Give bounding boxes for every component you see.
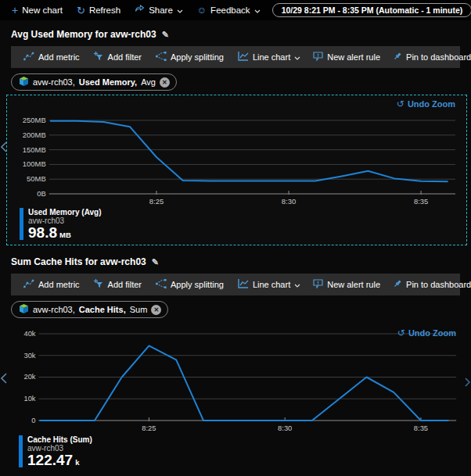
- line-chart-icon: [238, 279, 249, 290]
- metrics-page: + New chart ↻ Refresh Share ☺ Feedback 1…: [0, 0, 471, 476]
- pill-aggregation: Avg: [141, 77, 156, 87]
- smiley-icon: ☺: [197, 5, 207, 15]
- pill-resource: avw-rch03,: [33, 305, 75, 314]
- resource-cube-icon: [19, 304, 29, 315]
- collapse-left-chevron-icon[interactable]: [1, 141, 7, 156]
- chart2-legend-item[interactable]: Cache Hits (Sum) avw-rch03 122.47 k: [19, 435, 462, 467]
- pill-metric: Cache Hits,: [79, 305, 126, 314]
- svg-text:8:30: 8:30: [282, 197, 296, 206]
- svg-text:200MB: 200MB: [23, 131, 46, 139]
- chart2-toolbar: Add metric Add filter Apply splitting Li…: [11, 274, 460, 295]
- refresh-button[interactable]: ↻ Refresh: [71, 4, 126, 17]
- chart-canvas[interactable]: 010k20k30k40k8:258:308:35: [11, 323, 462, 432]
- pin-to-dashboard-button[interactable]: Pin to dashboard: [387, 49, 471, 65]
- resource-cube-icon: [19, 77, 29, 88]
- undo-icon: ↻: [397, 327, 405, 338]
- chart2-toolbar-right: Line chart New alert rule Pin to dashboa…: [232, 277, 471, 292]
- feedback-button[interactable]: ☺ Feedback: [192, 4, 266, 16]
- plus-icon: +: [12, 5, 18, 16]
- remove-metric-icon[interactable]: ✕: [151, 305, 161, 315]
- legend-series-name: Used Memory (Avg): [28, 208, 102, 217]
- chart-canvas[interactable]: 0B50MB100MB150MB200MB250MB8:258:308:35: [12, 100, 462, 206]
- chart2-pill-row: avw-rch03, Cache Hits, Sum ✕: [11, 301, 471, 318]
- chevron-down-icon: [294, 280, 300, 289]
- undo-zoom-label: Undo Zoom: [408, 99, 455, 109]
- edit-title-icon[interactable]: ✎: [162, 30, 169, 40]
- pill-aggregation: Sum: [130, 305, 148, 314]
- share-icon: [135, 5, 145, 16]
- remove-metric-icon[interactable]: ✕: [160, 77, 170, 88]
- expand-right-chevron-icon[interactable]: [465, 376, 470, 390]
- line-chart-icon: [238, 52, 249, 63]
- apply-splitting-icon: [156, 52, 167, 63]
- alert-rule-icon: [313, 279, 323, 290]
- chart1-title: Avg Used Memory for avw-rch03: [11, 29, 156, 40]
- chart-type-dropdown[interactable]: Line chart: [232, 277, 306, 292]
- edit-title-icon[interactable]: ✎: [152, 257, 159, 267]
- pin-to-dashboard-label: Pin to dashboard: [406, 280, 471, 289]
- share-button[interactable]: Share: [129, 3, 189, 17]
- undo-zoom-button[interactable]: ↻ Undo Zoom: [397, 327, 456, 338]
- apply-splitting-button[interactable]: Apply splitting: [150, 277, 229, 292]
- svg-text:100MB: 100MB: [23, 159, 46, 168]
- chart1-legend-item[interactable]: Used Memory (Avg) avw-rch03 98.8 MB: [20, 208, 462, 240]
- share-label: Share: [149, 5, 173, 15]
- refresh-icon: ↻: [77, 5, 85, 16]
- svg-text:30k: 30k: [23, 351, 35, 360]
- add-filter-icon: [94, 279, 104, 290]
- svg-text:8:25: 8:25: [142, 424, 156, 432]
- pin-to-dashboard-label: Pin to dashboard: [406, 52, 471, 62]
- svg-text:50MB: 50MB: [27, 174, 46, 183]
- new-alert-rule-button[interactable]: New alert rule: [307, 277, 386, 292]
- svg-text:20k: 20k: [23, 372, 35, 381]
- chart1-header: Avg Used Memory for avw-rch03 ✎: [11, 29, 471, 40]
- svg-text:150MB: 150MB: [23, 145, 46, 154]
- svg-text:0: 0: [31, 416, 35, 424]
- chevron-down-icon: [294, 52, 300, 62]
- chart-type-label: Line chart: [253, 280, 290, 289]
- add-filter-button[interactable]: Add filter: [88, 277, 147, 292]
- add-metric-label: Add metric: [38, 280, 80, 289]
- add-filter-icon: [94, 52, 104, 63]
- apply-splitting-label: Apply splitting: [171, 52, 224, 62]
- chart1-toolbar-right: Line chart New alert rule Pin to dashboa…: [232, 49, 471, 65]
- chart1-pill-row: avw-rch03, Used Memory, Avg ✕: [11, 73, 471, 91]
- pin-to-dashboard-button[interactable]: Pin to dashboard: [387, 277, 471, 292]
- undo-icon: ↻: [397, 98, 404, 109]
- collapse-left-chevron-icon[interactable]: [1, 373, 7, 387]
- add-filter-label: Add filter: [108, 52, 142, 62]
- alert-rule-icon: [313, 52, 323, 63]
- feedback-label: Feedback: [210, 5, 250, 15]
- legend-value: 98.8: [28, 225, 57, 240]
- add-metric-icon: [23, 52, 34, 63]
- time-range-picker[interactable]: 10/29 8:21 PM - 8:35 PM (Automatic - 1 m…: [272, 3, 471, 17]
- add-metric-button[interactable]: Add metric: [18, 49, 85, 65]
- add-filter-button[interactable]: Add filter: [88, 49, 147, 65]
- new-alert-rule-button[interactable]: New alert rule: [307, 49, 386, 65]
- svg-text:8:25: 8:25: [149, 197, 164, 206]
- add-metric-label: Add metric: [38, 52, 80, 62]
- top-command-bar: + New chart ↻ Refresh Share ☺ Feedback 1…: [0, 0, 471, 20]
- chart1-wrap: ↻ Undo Zoom 0B50MB100MB150MB200MB250MB8:…: [0, 95, 471, 245]
- chart1-zoomed-panel: ↻ Undo Zoom 0B50MB100MB150MB200MB250MB8:…: [6, 95, 467, 245]
- chevron-down-icon: [177, 5, 183, 15]
- apply-splitting-button[interactable]: Apply splitting: [150, 49, 229, 65]
- legend-color-bar: [20, 208, 23, 240]
- undo-zoom-button[interactable]: ↻ Undo Zoom: [397, 98, 455, 109]
- metric-pill[interactable]: avw-rch03, Used Memory, Avg ✕: [11, 73, 177, 91]
- chart-type-dropdown[interactable]: Line chart: [232, 49, 306, 65]
- new-alert-rule-label: New alert rule: [327, 52, 380, 62]
- svg-text:8:30: 8:30: [278, 424, 292, 432]
- svg-text:40k: 40k: [23, 329, 35, 338]
- svg-text:10k: 10k: [23, 394, 35, 403]
- svg-text:8:35: 8:35: [414, 197, 428, 206]
- metric-pill[interactable]: avw-rch03, Cache Hits, Sum ✕: [11, 301, 168, 318]
- add-metric-button[interactable]: Add metric: [18, 277, 85, 292]
- new-chart-button[interactable]: + New chart: [6, 3, 68, 17]
- undo-zoom-label: Undo Zoom: [408, 328, 456, 338]
- chart-type-label: Line chart: [253, 52, 290, 62]
- new-alert-rule-label: New alert rule: [327, 280, 380, 289]
- chevron-down-icon: [254, 5, 261, 15]
- apply-splitting-label: Apply splitting: [171, 280, 224, 289]
- pill-metric: Used Memory,: [79, 77, 137, 87]
